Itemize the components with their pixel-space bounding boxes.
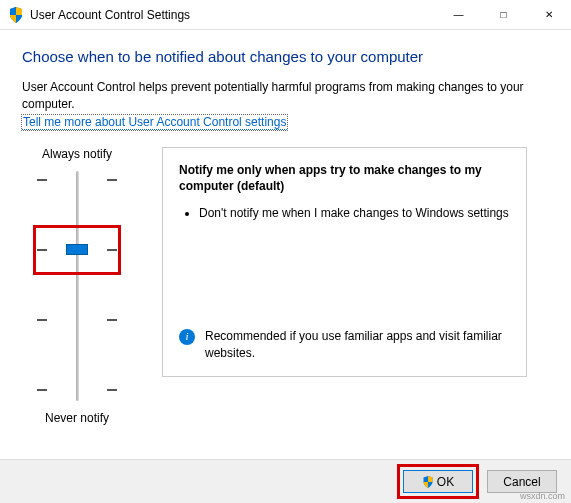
slider-bottom-label: Never notify <box>45 411 109 425</box>
recommendation-row: i Recommended if you use familiar apps a… <box>179 328 510 362</box>
shield-icon <box>422 476 434 488</box>
slider-thumb[interactable] <box>66 244 88 255</box>
watermark-text: wsxdn.com <box>520 491 565 501</box>
ok-button[interactable]: OK <box>403 470 473 493</box>
maximize-button[interactable]: □ <box>481 0 526 29</box>
ok-button-label: OK <box>437 475 454 489</box>
titlebar: User Account Control Settings — □ ✕ <box>0 0 571 30</box>
close-button[interactable]: ✕ <box>526 0 571 29</box>
cancel-button[interactable]: Cancel <box>487 470 557 493</box>
description-title: Notify me only when apps try to make cha… <box>179 162 510 196</box>
description-bullet: Don't notify me when I make changes to W… <box>199 205 510 222</box>
recommendation-text: Recommended if you use familiar apps and… <box>205 328 510 362</box>
description-panel: Notify me only when apps try to make cha… <box>162 147 527 377</box>
cancel-button-label: Cancel <box>503 475 540 489</box>
description-list: Don't notify me when I make changes to W… <box>179 205 510 222</box>
slider-track <box>76 171 79 401</box>
slider-top-label: Always notify <box>42 147 112 161</box>
dialog-footer: OK Cancel <box>0 459 571 503</box>
window-title: User Account Control Settings <box>30 8 190 22</box>
learn-more-link[interactable]: Tell me more about User Account Control … <box>22 115 287 130</box>
main-area: Always notify Never notify Notify me onl… <box>22 147 549 435</box>
content-area: Choose when to be notified about changes… <box>0 30 571 445</box>
page-heading: Choose when to be notified about changes… <box>22 48 549 65</box>
slider-column: Always notify Never notify <box>22 147 132 435</box>
notification-slider[interactable] <box>37 171 117 401</box>
window-controls: — □ ✕ <box>436 0 571 29</box>
shield-icon <box>8 7 24 23</box>
info-icon: i <box>179 329 195 345</box>
minimize-button[interactable]: — <box>436 0 481 29</box>
annotation-highlight: OK <box>397 464 479 499</box>
page-subtext: User Account Control helps prevent poten… <box>22 79 549 113</box>
